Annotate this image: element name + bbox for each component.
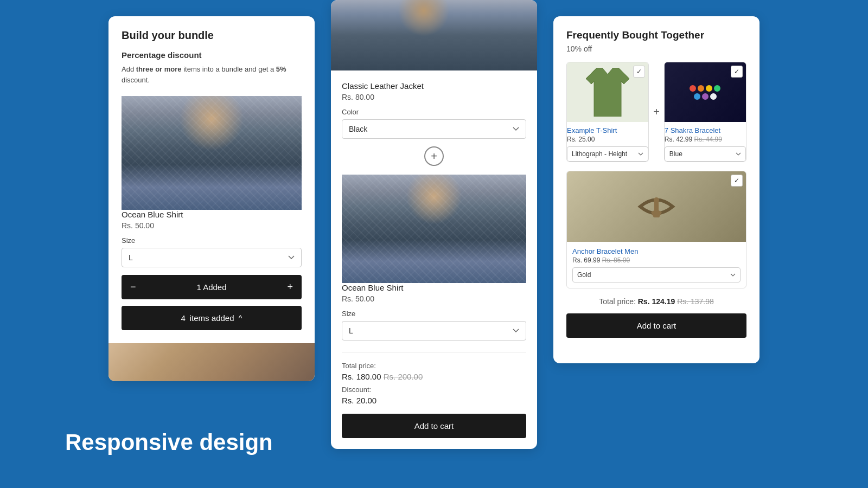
- bundle-title: Build your bundle: [122, 29, 302, 42]
- fbt-tshirt-details: Example T-Shirt Rs. 25.00 Lithograph - H…: [567, 122, 648, 162]
- bead-blue: [694, 93, 700, 100]
- discount-section: Percentage discount Add three or more it…: [122, 50, 302, 85]
- items-added-label: items added: [190, 313, 234, 323]
- bead-red: [690, 85, 696, 92]
- plus-separator-icon: +: [424, 146, 444, 166]
- fbt-bracelet-check[interactable]: ✓: [731, 66, 743, 78]
- qty-minus-icon[interactable]: −: [130, 281, 136, 293]
- middle-shirt-name: Ocean Blue Shirt: [342, 283, 526, 292]
- middle-color-select[interactable]: Black Brown Tan: [342, 119, 526, 139]
- fbt-anchor-details: Anchor Bracelet Men Rs. 69.99 Rs. 85.00 …: [567, 242, 746, 288]
- middle-size-label: Size: [342, 310, 526, 318]
- middle-shirt-image: [342, 175, 526, 283]
- anchor-bracelet-svg-icon: [635, 190, 678, 223]
- bracelet-beads: [686, 85, 724, 100]
- left-size-label: Size: [122, 236, 302, 245]
- left-product-image: [122, 96, 302, 210]
- fbt-total-line: Total price: Rs. 124.19 Rs. 137.98: [566, 297, 746, 306]
- bead-green: [714, 85, 720, 92]
- middle-total-original: Rs. 200.00: [384, 372, 423, 381]
- bead-purple: [702, 93, 709, 100]
- fbt-plus-icon: +: [653, 106, 660, 118]
- responsive-label: Responsive design: [65, 429, 273, 455]
- qty-control-button[interactable]: − 1 Added +: [122, 275, 302, 299]
- fbt-anchor-check[interactable]: ✓: [731, 175, 743, 187]
- discount-bold1: three or more: [136, 65, 182, 73]
- middle-discount-label: Discount:: [342, 386, 526, 394]
- qty-plus-icon[interactable]: +: [287, 281, 293, 293]
- bottom-preview-image: [108, 343, 315, 381]
- middle-shirt-price: Rs. 50.00: [342, 294, 526, 303]
- fbt-discount-badge: 10% off: [566, 44, 746, 53]
- fbt-total-value: Rs. 124.19: [638, 297, 675, 306]
- fbt-tshirt-item: ✓ Example T-Shirt Rs. 25.00 Lithograph -…: [566, 62, 649, 162]
- discount-heading: Percentage discount: [122, 50, 302, 60]
- fbt-bracelet-price-current: Rs. 42.99: [665, 136, 692, 143]
- middle-top-image: [331, 0, 537, 70]
- fbt-top-products-row: ✓ Example T-Shirt Rs. 25.00 Lithograph -…: [566, 62, 746, 162]
- discount-description: Add three or more items into a bundle an…: [122, 64, 302, 85]
- fbt-tshirt-check[interactable]: ✓: [633, 66, 645, 78]
- svg-marker-2: [651, 209, 662, 217]
- left-product-name: Ocean Blue Shirt: [122, 210, 302, 219]
- middle-add-to-cart-button[interactable]: Add to cart: [342, 414, 526, 438]
- middle-jacket-price: Rs. 80.00: [342, 93, 526, 101]
- fbt-bracelet-price: Rs. 42.99 Rs. 44.99: [665, 136, 746, 143]
- fbt-total-section: Total price: Rs. 124.19 Rs. 137.98: [566, 297, 746, 306]
- items-added-count: 4: [181, 313, 185, 323]
- middle-product-card: Classic Leather Jacket Rs. 80.00 Color B…: [331, 0, 537, 449]
- fbt-total-label: Total price:: [599, 297, 636, 306]
- tshirt-svg-icon: [586, 68, 629, 117]
- middle-discount-value: Rs. 20.00: [342, 396, 526, 405]
- fbt-anchor-name: Anchor Bracelet Men: [572, 247, 741, 255]
- qty-label: 1 Added: [196, 282, 226, 292]
- fbt-bracelet-item: ✓ 7 Shakra Bracelet Rs. 42.99 Rs. 44.99 …: [664, 62, 746, 162]
- fbt-anchor-price: Rs. 69.99 Rs. 85.00: [572, 256, 741, 264]
- left-product-price: Rs. 50.00: [122, 221, 302, 230]
- fbt-anchor-item: ✓ Anchor Bracelet Men Rs. 69.99 Rs. 85.0…: [566, 171, 746, 288]
- svg-point-1: [654, 197, 659, 203]
- fbt-card: Frequently Bought Together 10% off ✓ Exa…: [553, 16, 760, 363]
- fbt-anchor-price-current: Rs. 69.99: [572, 256, 600, 264]
- items-added-chevron-icon: ^: [239, 313, 242, 323]
- bead-white: [710, 93, 717, 100]
- main-container: Responsive design Build your bundle Perc…: [0, 0, 868, 488]
- fbt-add-to-cart-button[interactable]: Add to cart: [566, 313, 746, 338]
- fbt-tshirt-price: Rs. 25.00: [567, 136, 648, 143]
- middle-color-label: Color: [342, 108, 526, 116]
- fbt-tshirt-name: Example T-Shirt: [567, 126, 648, 134]
- fbt-tshirt-variant-select[interactable]: Lithograph - Height Standard: [567, 146, 648, 162]
- middle-total-value: Rs. 180.00 Rs. 200.00: [342, 372, 526, 381]
- fbt-anchor-image: [567, 171, 746, 242]
- middle-total-current: Rs. 180.00: [342, 372, 381, 381]
- middle-size-select[interactable]: L XS S M XL: [342, 321, 526, 341]
- bead-orange: [698, 85, 704, 92]
- middle-total-section: Total price: Rs. 180.00 Rs. 200.00 Disco…: [342, 352, 526, 438]
- bead-yellow: [706, 85, 712, 92]
- fbt-anchor-variant-select[interactable]: Gold Silver Black: [572, 267, 741, 282]
- middle-jacket-name: Classic Leather Jacket: [342, 81, 526, 91]
- middle-total-label: Total price:: [342, 362, 526, 370]
- left-size-select[interactable]: L XS S M XL XXL: [122, 248, 302, 267]
- fbt-bracelet-name: 7 Shakra Bracelet: [665, 126, 746, 134]
- build-bundle-card: Build your bundle Percentage discount Ad…: [108, 16, 315, 381]
- fbt-total-original: Rs. 137.98: [677, 297, 714, 306]
- fbt-anchor-price-original: Rs. 85.00: [602, 256, 630, 264]
- discount-bold2: 5%: [276, 65, 286, 73]
- items-added-button[interactable]: 4 items added ^: [122, 306, 302, 330]
- fbt-bracelet-details: 7 Shakra Bracelet Rs. 42.99 Rs. 44.99 Bl…: [665, 122, 746, 162]
- fbt-bracelet-variant-select[interactable]: Blue Red Green: [665, 146, 746, 162]
- fbt-title: Frequently Bought Together: [566, 29, 746, 41]
- fbt-bracelet-price-original: Rs. 44.99: [694, 136, 722, 143]
